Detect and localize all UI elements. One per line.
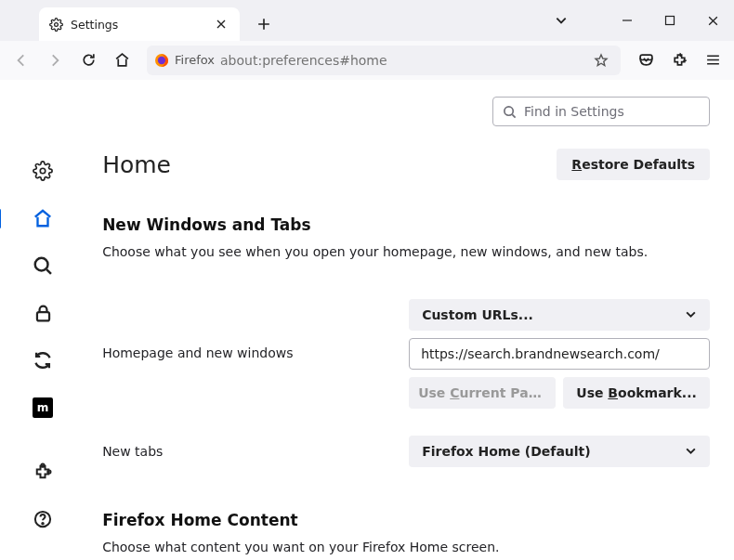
restore-defaults-button[interactable]: Restore Defaults [557,149,710,180]
reload-button[interactable] [72,46,104,75]
extensions-button[interactable] [663,46,695,75]
chevron-down-icon [685,445,697,457]
section-homecontent-title: Firefox Home Content [102,511,710,529]
identity-label: Firefox [175,53,215,67]
svg-text:m: m [37,402,49,415]
search-icon [503,105,517,119]
app-menu-button[interactable] [697,46,728,75]
find-placeholder: Find in Settings [524,104,624,119]
use-current-pages-button[interactable]: Use Current Pages [409,377,556,409]
svg-point-7 [35,258,48,271]
save-to-pocket-button[interactable] [630,46,662,75]
svg-point-5 [505,106,513,114]
bookmark-star-button[interactable] [589,48,613,72]
forward-button[interactable] [39,46,71,75]
section-homecontent-sub: Choose what content you want on your Fir… [102,539,710,557]
homepage-mode-value: Custom URLs... [422,307,533,322]
chevron-down-icon [685,308,697,320]
tab-strip: Settings [0,0,734,41]
url-text: about:preferences#home [220,53,387,68]
firefox-logo-icon [154,53,169,68]
back-button[interactable] [6,46,37,75]
preferences-content: Find in Settings m Home [0,80,734,560]
svg-rect-8 [37,312,49,320]
find-in-settings-input[interactable]: Find in Settings [492,97,710,126]
nav-sync[interactable] [26,345,59,376]
svg-rect-1 [666,17,675,25]
window-close-button[interactable] [691,5,734,36]
nav-more-from-mozilla[interactable]: m [26,393,59,423]
newtabs-dropdown[interactable]: Firefox Home (Default) [409,436,710,467]
use-bookmark-button[interactable]: Use Bookmark... [563,377,710,409]
nav-help[interactable] [26,504,59,535]
nav-extensions[interactable] [26,457,59,488]
section-new-windows-title: New Windows and Tabs [102,215,710,234]
nav-general[interactable] [26,156,59,187]
section-new-windows-sub: Choose what you see when you open your h… [102,243,710,262]
homepage-mode-dropdown[interactable]: Custom URLs... [409,299,710,331]
list-all-tabs-button[interactable] [544,4,578,37]
nav-home[interactable] [26,203,59,234]
nav-toolbar: Firefox about:preferences#home [0,41,734,80]
page-title: Home [102,151,171,178]
svg-point-6 [40,169,46,175]
homepage-url-input[interactable] [409,338,710,370]
home-button[interactable] [106,46,138,75]
gear-icon [48,17,63,32]
nav-privacy[interactable] [26,298,59,329]
svg-point-0 [54,22,58,26]
newtabs-value: Firefox Home (Default) [422,444,591,459]
new-tab-button[interactable] [247,7,281,41]
browser-tab[interactable]: Settings [39,7,240,41]
svg-point-3 [158,56,165,63]
settings-main: Home Restore Defaults New Windows and Ta… [85,80,734,560]
url-bar[interactable]: Firefox about:preferences#home [147,46,621,75]
newtabs-label: New tabs [102,444,409,459]
homepage-label: Homepage and new windows [102,299,409,360]
settings-nav-rail: m [0,80,85,560]
window-maximize-button[interactable] [649,5,691,36]
svg-point-14 [42,523,44,525]
tab-close-button[interactable] [212,15,230,33]
tab-title: Settings [71,18,212,32]
window-minimize-button[interactable] [606,5,649,36]
svg-rect-4 [640,55,652,59]
nav-search[interactable] [26,251,59,281]
